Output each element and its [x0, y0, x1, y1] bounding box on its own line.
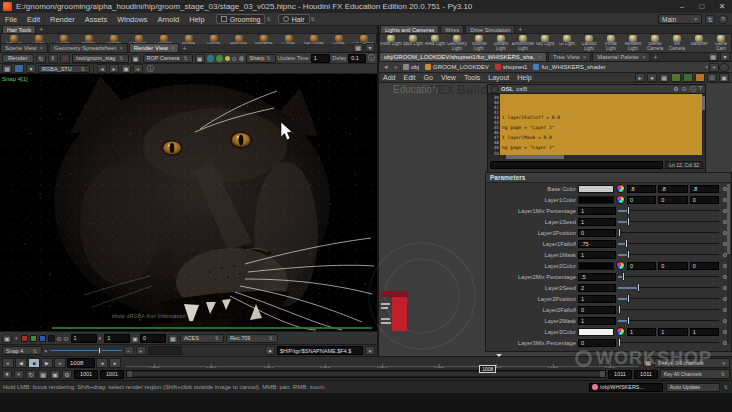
color-wheel-icon[interactable]: [616, 327, 625, 336]
shelf-tool[interactable]: GI Light: [556, 34, 578, 52]
breadcrumb-item[interactable]: GROOM_LOOKDEV: [425, 64, 489, 70]
red-channel-icon[interactable]: [21, 335, 28, 342]
breadcrumb-item[interactable]: shopnet1: [495, 64, 528, 70]
hair-mode-selector[interactable]: Hair: [278, 14, 310, 24]
parameter-value-field[interactable]: 1: [578, 218, 616, 226]
magnify-icon[interactable]: ⊙: [232, 55, 237, 62]
slider-handle[interactable]: [637, 283, 640, 292]
shelf-tool[interactable]: Geometry Light: [446, 34, 468, 52]
go-to-end-button[interactable]: »: [54, 358, 66, 368]
keys-channels-button[interactable]: 0 keys, 0/0 channels ▾: [654, 358, 730, 368]
next-image-icon[interactable]: ▸: [109, 64, 119, 73]
shelf-tool[interactable]: VR Camera: [666, 34, 688, 52]
osl-code-editor[interactable]: 394041424344454647484950 t layer1Falloff…: [488, 94, 705, 155]
gamma-field[interactable]: 0: [140, 334, 166, 343]
parameter-value-field[interactable]: 2: [578, 284, 616, 292]
menu-item[interactable]: Help: [184, 15, 209, 24]
pane-tab[interactable]: obj/GROOM_LOOKDEV/shopnet1/fur_WHISKERS_…: [379, 52, 547, 61]
new-tab-icon[interactable]: +: [653, 54, 657, 61]
color-wheel-icon[interactable]: [616, 184, 625, 193]
render-viewport[interactable]: [0, 74, 377, 331]
add-shelf-icon[interactable]: +: [518, 26, 522, 33]
keyframe-icon[interactable]: ▣: [50, 370, 60, 379]
green-channel-icon[interactable]: [30, 335, 37, 342]
stop-render-icon[interactable]: ●: [60, 54, 70, 63]
camera-icon[interactable]: ▣: [131, 54, 141, 63]
shelf-tool[interactable]: Portal Light: [600, 34, 622, 52]
update-mode-spinner[interactable]: ⇅: [723, 384, 729, 390]
parameter-slider[interactable]: [618, 283, 719, 292]
follow-icon[interactable]: [719, 63, 729, 72]
play-reverse-button[interactable]: ◀: [15, 358, 27, 368]
color-r-field[interactable]: .8: [627, 185, 656, 193]
color-b-field[interactable]: .8: [690, 185, 719, 193]
color-b-field[interactable]: 1: [690, 328, 719, 336]
playhead[interactable]: 1008: [479, 357, 502, 375]
menu-item[interactable]: Assets: [80, 15, 113, 24]
color-b-field[interactable]: 0: [690, 262, 719, 270]
color-wheel-icon[interactable]: [616, 261, 625, 270]
playbar-settings-icon[interactable]: ⚙: [62, 370, 72, 379]
info-icon[interactable]: ⓘ: [147, 64, 154, 74]
playback-end-field[interactable]: 1011: [608, 370, 632, 379]
global-start-field[interactable]: 1001: [74, 370, 98, 379]
back-icon[interactable]: ◂: [382, 63, 390, 71]
shelf-tool[interactable]: Distant Light: [490, 34, 512, 52]
maximize-button[interactable]: □: [692, 0, 712, 13]
loop-mode-icon[interactable]: ↻: [26, 370, 36, 379]
parameters-scrollbar[interactable]: [727, 184, 730, 344]
snapshot-dropdown-icon[interactable]: ▾: [14, 335, 19, 341]
grooming-mode-selector[interactable]: Grooming: [216, 14, 266, 24]
find-icon[interactable]: ⊙: [707, 73, 717, 82]
color-swatch[interactable]: [578, 262, 614, 270]
parameter-slider[interactable]: [618, 338, 719, 347]
menu-item[interactable]: Windows: [112, 15, 152, 24]
menu-item[interactable]: File: [0, 15, 22, 24]
node-help-icon[interactable]: ?: [699, 85, 702, 94]
color-g-field[interactable]: 1: [658, 328, 687, 336]
menu-item[interactable]: Edit: [399, 74, 419, 81]
close-tab-icon[interactable]: ×: [583, 53, 587, 61]
shelf-tool[interactable]: Sky Light: [534, 34, 556, 52]
render-button[interactable]: Render: [2, 54, 34, 63]
close-tab-icon[interactable]: ×: [40, 44, 44, 52]
parameter-value-field[interactable]: 0: [578, 229, 616, 237]
audio-icon[interactable]: ◐: [14, 370, 24, 379]
shelf-tool[interactable]: Spot Light: [402, 34, 424, 52]
parameter-slider[interactable]: [618, 316, 719, 325]
parameter-value-field[interactable]: 0: [578, 339, 616, 347]
shelf-tool[interactable]: Game Cam: [710, 34, 732, 52]
color-r-field[interactable]: 0: [627, 262, 656, 270]
preview-toggle-icon[interactable]: [207, 55, 214, 62]
snapshot-selector[interactable]: Snap 4 ⇅: [2, 346, 42, 355]
menu-item[interactable]: Render: [45, 15, 80, 24]
shelf-tool[interactable]: Ambient Light: [622, 34, 644, 52]
snapshot-camera-icon[interactable]: ▣: [2, 334, 12, 343]
pane-menu-icon[interactable]: ▦: [708, 52, 718, 61]
shelf-tab[interactable]: Wires: [440, 25, 464, 33]
new-tab-icon[interactable]: +: [182, 45, 186, 52]
step-back-button[interactable]: ◂: [96, 358, 108, 368]
parameter-value-field[interactable]: 1: [578, 207, 616, 215]
red-network-node[interactable]: [392, 297, 407, 331]
grooming-spinner[interactable]: ⇅: [265, 16, 271, 22]
compare-dropdown-icon[interactable]: ▾: [26, 64, 36, 73]
close-tab-icon[interactable]: ×: [171, 44, 175, 52]
go-to-start-button[interactable]: «: [2, 358, 14, 368]
contrast-field[interactable]: 1: [104, 334, 130, 343]
auto-update-selector[interactable]: Auto Update: [666, 383, 720, 392]
quality-selector[interactable]: Sharp ⇅: [246, 54, 276, 63]
menu-item[interactable]: Tools: [460, 74, 484, 81]
desktop-selector[interactable]: Main ▾: [658, 14, 702, 24]
pane-tab[interactable]: Scene View ×: [0, 43, 48, 52]
shelf-tool[interactable]: Area Light: [424, 34, 446, 52]
pane-tab[interactable]: Geometry Spreadsheet ×: [49, 43, 128, 52]
menu-item[interactable]: View: [437, 74, 460, 81]
slider-handle[interactable]: [627, 206, 630, 215]
pane-tab[interactable]: Tree View ×: [548, 52, 591, 61]
add-shelf-icon[interactable]: +: [39, 26, 43, 33]
key-all-channels-button[interactable]: Key All Channels ⇅: [660, 369, 730, 379]
zoom-in-icon[interactable]: +: [136, 346, 146, 355]
pin-network-icon[interactable]: ●: [647, 73, 657, 82]
refresh-icon[interactable]: ↻: [36, 54, 46, 63]
